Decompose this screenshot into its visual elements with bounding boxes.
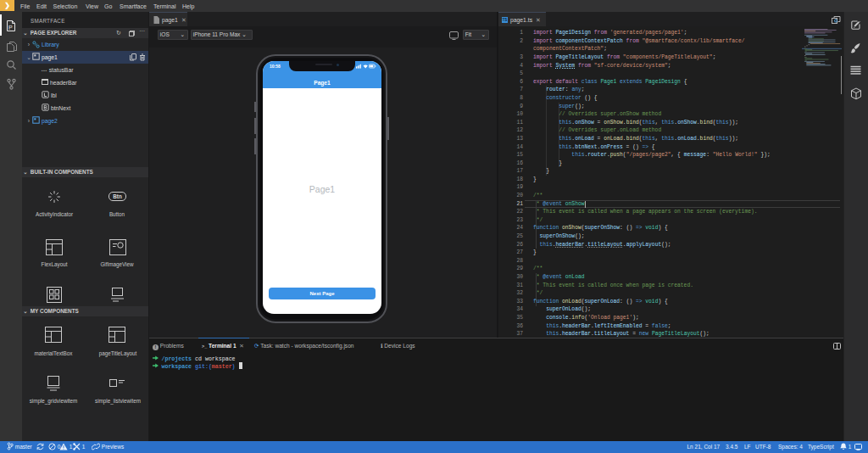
svg-text:P: P (8, 25, 13, 31)
